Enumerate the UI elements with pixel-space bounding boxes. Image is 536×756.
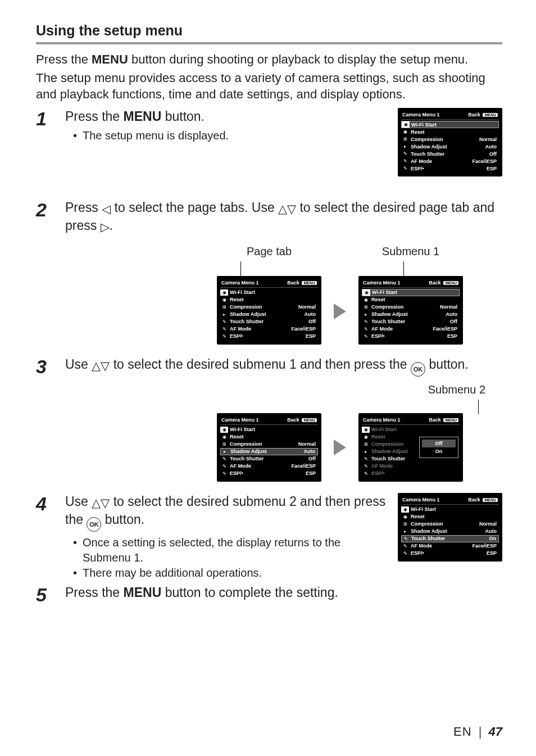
camera-icon: ◉ bbox=[220, 434, 228, 440]
menu-label: Reset bbox=[411, 514, 497, 519]
menu-word: MENU bbox=[124, 109, 162, 124]
camera-menu-title: Camera Menu 1 bbox=[402, 497, 440, 503]
video-icon: ⊞ bbox=[362, 441, 370, 447]
video-icon: ⊞ bbox=[220, 304, 228, 310]
camera-menu-back: Back MENU bbox=[468, 112, 498, 117]
menu-label: AF Mode bbox=[411, 159, 472, 164]
menu-value: Face/iESP bbox=[291, 463, 316, 469]
camera-menu-screenshot: Camera Menu 1Back MENU ◉Wi-Fi Start ◉Res… bbox=[217, 413, 321, 482]
menu-label: Reset bbox=[371, 297, 457, 302]
camera-menu-back: Back MENU bbox=[468, 497, 498, 503]
menu-badge-icon: MENU bbox=[443, 418, 458, 422]
menu-row: ✎ESP/• bbox=[362, 470, 460, 477]
wrench-icon: ✎ bbox=[220, 456, 228, 462]
menu-label: Shadow Adjust bbox=[411, 528, 485, 534]
page-number: 47 bbox=[489, 725, 502, 739]
text: button. bbox=[161, 109, 205, 124]
down-triangle-icon: ▽ bbox=[287, 201, 296, 217]
menu-value: Auto bbox=[305, 311, 316, 317]
menu-label: Wi-Fi Start bbox=[371, 427, 457, 432]
camera-icon: ◉ bbox=[401, 129, 409, 135]
menu-value: On bbox=[489, 536, 497, 541]
camera-menu-back: Back MENU bbox=[429, 280, 458, 286]
wrench-icon: ✎ bbox=[401, 550, 409, 556]
camera-menu: Camera Menu 1 Back MENU ◉Wi-Fi Start ◉Re… bbox=[398, 108, 502, 176]
menu-row: ◉Wi-Fi Start bbox=[401, 121, 499, 128]
camera-icon: ◉ bbox=[362, 297, 370, 303]
menu-label: ESP/• bbox=[411, 166, 487, 171]
text: button during shooting or playback to di… bbox=[128, 52, 468, 66]
camera-menu-title: Camera Menu 1 bbox=[363, 417, 401, 423]
bullet-text: Once a setting is selected, the display … bbox=[83, 535, 390, 565]
menu-row: ✎ESP/•ESP bbox=[401, 165, 499, 172]
bullet: There may be additional operations. bbox=[73, 565, 390, 581]
wrench-icon: ✎ bbox=[220, 319, 228, 325]
down-triangle-icon: ▽ bbox=[101, 358, 110, 374]
menu-label: Touch Shutter bbox=[230, 319, 308, 324]
menu-row: ◉Reset bbox=[220, 433, 318, 441]
play-icon: ▸ bbox=[220, 311, 228, 318]
menu-row: ✎AF Mode bbox=[362, 463, 460, 470]
camera-menu-title: Camera Menu 1 bbox=[402, 112, 440, 117]
wrench-icon: ✎ bbox=[401, 165, 409, 171]
menu-label: AF Mode bbox=[371, 326, 433, 332]
menu-label: Reset bbox=[230, 434, 316, 440]
menu-row: ✎ESP/•ESP bbox=[220, 470, 318, 477]
right-triangle-icon: ▷ bbox=[101, 219, 110, 235]
menu-row: ✎ESP/•ESP bbox=[362, 333, 460, 340]
menu-row: ✎Touch ShutterOff bbox=[220, 318, 318, 325]
menu-label: AF Mode bbox=[371, 463, 457, 469]
menu-value: Auto bbox=[485, 144, 497, 150]
menu-row: ⊞CompressionNormal bbox=[401, 135, 499, 143]
camera-menu-title: Camera Menu 1 bbox=[221, 280, 259, 286]
pointer-line-icon bbox=[240, 261, 241, 276]
menu-label: Compression bbox=[411, 521, 479, 527]
camera-icon: ◉ bbox=[220, 427, 228, 433]
menu-row: ⊞CompressionNormal bbox=[362, 304, 460, 311]
arrow-right-icon bbox=[334, 304, 346, 319]
footer-separator-icon: | bbox=[479, 725, 482, 739]
bullet: Once a setting is selected, the display … bbox=[73, 535, 390, 565]
down-triangle-icon: ▽ bbox=[101, 495, 110, 511]
wrench-icon: ✎ bbox=[220, 326, 228, 332]
menu-label: ESP/• bbox=[371, 333, 447, 339]
menu-value: Normal bbox=[298, 304, 316, 310]
menu-row: ◉Reset bbox=[362, 296, 460, 304]
menu-word: MENU bbox=[92, 52, 128, 66]
menu-label: Wi-Fi Start bbox=[411, 122, 496, 128]
menu-row: ✎Touch ShutterOn bbox=[401, 535, 499, 542]
camera-menu-screenshot: Camera Menu 1Back MENU ◉Wi-Fi Start ◉Res… bbox=[217, 276, 321, 345]
step-text: Use △▽ to select the desired submenu 1 a… bbox=[65, 356, 502, 377]
menu-row: ✎ESP/•ESP bbox=[220, 333, 318, 340]
bullet-text: There may be additional operations. bbox=[83, 565, 262, 581]
step-1: 1 Camera Menu 1 Back MENU ◉Wi-Fi Start ◉… bbox=[36, 108, 502, 182]
menu-label: Touch Shutter bbox=[411, 536, 489, 541]
camera-icon: ◉ bbox=[401, 514, 409, 520]
menu-label: Touch Shutter bbox=[371, 319, 450, 324]
submenu1-label: Submenu 1 bbox=[358, 245, 463, 258]
menu-badge-icon: MENU bbox=[483, 113, 498, 117]
step-4: 4 Camera Menu 1Back MENU ◉Wi-Fi Start ◉R… bbox=[36, 493, 502, 581]
menu-value: Normal bbox=[479, 521, 497, 527]
menu-label: Compression bbox=[230, 304, 298, 310]
menu-row: ◉Wi-Fi Start bbox=[362, 426, 460, 433]
wrench-icon: ✎ bbox=[220, 333, 228, 339]
left-triangle-icon: ◁ bbox=[102, 201, 111, 217]
menu-row: ◉Reset bbox=[220, 296, 318, 304]
menu-label: Compression bbox=[411, 137, 479, 142]
menu-label: Wi-Fi Start bbox=[230, 289, 316, 295]
menu-value: ESP bbox=[487, 550, 497, 556]
bullet-text: The setup menu is displayed. bbox=[83, 128, 229, 143]
wrench-icon: ✎ bbox=[362, 333, 370, 339]
menu-label: AF Mode bbox=[230, 463, 291, 469]
wrench-icon: ✎ bbox=[401, 151, 409, 157]
menu-label: Wi-Fi Start bbox=[411, 506, 497, 512]
diagram-step2: Page tab Camera Menu 1Back MENU ◉Wi-Fi S… bbox=[178, 245, 502, 345]
menu-badge-icon: MENU bbox=[302, 281, 317, 285]
menu-value: Normal bbox=[479, 137, 497, 142]
step-number: 5 bbox=[36, 584, 55, 604]
menu-label: Touch Shutter bbox=[411, 151, 489, 157]
page-tab-label: Page tab bbox=[217, 245, 321, 258]
camera-menu-back: Back MENU bbox=[287, 417, 317, 423]
menu-row: ▸Shadow AdjustAuto bbox=[220, 448, 318, 455]
